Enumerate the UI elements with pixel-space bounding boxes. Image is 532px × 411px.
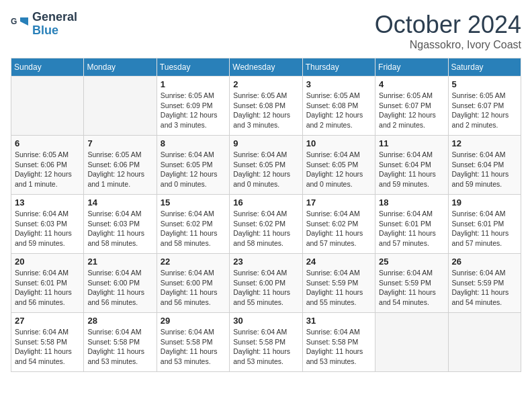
calendar-cell: 20Sunrise: 6:04 AM Sunset: 6:01 PM Dayli… — [11, 254, 84, 313]
day-info: Sunrise: 6:04 AM Sunset: 5:58 PM Dayligh… — [87, 327, 152, 367]
day-info: Sunrise: 6:05 AM Sunset: 6:06 PM Dayligh… — [15, 150, 80, 189]
day-info: Sunrise: 6:04 AM Sunset: 6:02 PM Dayligh… — [161, 209, 226, 248]
day-info: Sunrise: 6:04 AM Sunset: 6:05 PM Dayligh… — [161, 150, 226, 189]
weekday-header: Sunday — [11, 58, 84, 77]
day-number: 27 — [15, 316, 80, 326]
day-number: 2 — [233, 79, 298, 89]
logo: G General Blue — [11, 11, 77, 38]
day-info: Sunrise: 6:04 AM Sunset: 6:04 PM Dayligh… — [452, 150, 517, 189]
day-info: Sunrise: 6:04 AM Sunset: 6:03 PM Dayligh… — [87, 209, 152, 248]
calendar-cell: 26Sunrise: 6:04 AM Sunset: 5:59 PM Dayli… — [448, 254, 521, 313]
day-info: Sunrise: 6:05 AM Sunset: 6:07 PM Dayligh… — [452, 91, 517, 130]
location-title: Ngassokro, Ivory Coast — [375, 39, 521, 51]
day-info: Sunrise: 6:04 AM Sunset: 5:58 PM Dayligh… — [306, 327, 371, 367]
calendar-cell: 7Sunrise: 6:05 AM Sunset: 6:06 PM Daylig… — [84, 136, 157, 195]
day-info: Sunrise: 6:04 AM Sunset: 6:04 PM Dayligh… — [379, 150, 444, 189]
calendar-cell: 18Sunrise: 6:04 AM Sunset: 6:01 PM Dayli… — [375, 195, 448, 254]
day-number: 21 — [87, 257, 152, 267]
day-info: Sunrise: 6:04 AM Sunset: 6:01 PM Dayligh… — [15, 268, 80, 308]
day-number: 4 — [379, 79, 444, 89]
calendar-cell: 17Sunrise: 6:04 AM Sunset: 6:02 PM Dayli… — [302, 195, 375, 254]
calendar-cell — [11, 77, 84, 136]
day-number: 13 — [15, 197, 80, 208]
day-number: 16 — [233, 197, 298, 208]
day-number: 18 — [379, 197, 444, 208]
weekday-header: Wednesday — [230, 58, 302, 77]
calendar-cell: 14Sunrise: 6:04 AM Sunset: 6:03 PM Dayli… — [84, 195, 157, 254]
calendar-cell: 5Sunrise: 6:05 AM Sunset: 6:07 PM Daylig… — [448, 77, 521, 136]
calendar-cell: 28Sunrise: 6:04 AM Sunset: 5:58 PM Dayli… — [84, 313, 157, 372]
calendar-cell: 3Sunrise: 6:05 AM Sunset: 6:08 PM Daylig… — [302, 77, 375, 136]
day-info: Sunrise: 6:04 AM Sunset: 5:58 PM Dayligh… — [161, 327, 226, 367]
calendar-cell: 9Sunrise: 6:04 AM Sunset: 6:05 PM Daylig… — [230, 136, 302, 195]
calendar-cell: 2Sunrise: 6:05 AM Sunset: 6:08 PM Daylig… — [230, 77, 302, 136]
day-number: 26 — [452, 257, 517, 267]
day-info: Sunrise: 6:04 AM Sunset: 6:00 PM Dayligh… — [233, 268, 298, 308]
weekday-header: Tuesday — [157, 58, 229, 77]
calendar-cell: 27Sunrise: 6:04 AM Sunset: 5:58 PM Dayli… — [11, 313, 84, 372]
day-number: 17 — [306, 197, 371, 208]
svg-marker-1 — [20, 17, 28, 26]
weekday-header: Monday — [84, 58, 157, 77]
day-number: 24 — [306, 257, 371, 267]
calendar-cell: 29Sunrise: 6:04 AM Sunset: 5:58 PM Dayli… — [157, 313, 229, 372]
page-header: G General Blue October 2024 Ngassokro, I… — [11, 11, 521, 51]
day-number: 3 — [306, 79, 371, 89]
day-info: Sunrise: 6:05 AM Sunset: 6:06 PM Dayligh… — [87, 150, 152, 189]
day-info: Sunrise: 6:04 AM Sunset: 6:01 PM Dayligh… — [379, 209, 444, 248]
day-number: 19 — [452, 197, 517, 208]
day-info: Sunrise: 6:04 AM Sunset: 6:05 PM Dayligh… — [306, 150, 371, 189]
day-number: 22 — [161, 257, 226, 267]
day-info: Sunrise: 6:05 AM Sunset: 6:07 PM Dayligh… — [379, 91, 444, 130]
calendar-cell: 23Sunrise: 6:04 AM Sunset: 6:00 PM Dayli… — [230, 254, 302, 313]
weekday-header: Thursday — [302, 58, 375, 77]
day-number: 8 — [161, 138, 226, 148]
day-info: Sunrise: 6:04 AM Sunset: 5:58 PM Dayligh… — [233, 327, 298, 367]
day-info: Sunrise: 6:05 AM Sunset: 6:09 PM Dayligh… — [161, 91, 226, 130]
calendar-cell: 13Sunrise: 6:04 AM Sunset: 6:03 PM Dayli… — [11, 195, 84, 254]
calendar-cell: 12Sunrise: 6:04 AM Sunset: 6:04 PM Dayli… — [448, 136, 521, 195]
day-number: 30 — [233, 316, 298, 326]
calendar-cell: 21Sunrise: 6:04 AM Sunset: 6:00 PM Dayli… — [84, 254, 157, 313]
calendar-cell: 4Sunrise: 6:05 AM Sunset: 6:07 PM Daylig… — [375, 77, 448, 136]
calendar-cell: 22Sunrise: 6:04 AM Sunset: 6:00 PM Dayli… — [157, 254, 229, 313]
day-number: 28 — [87, 316, 152, 326]
calendar-cell: 1Sunrise: 6:05 AM Sunset: 6:09 PM Daylig… — [157, 77, 229, 136]
day-number: 7 — [87, 138, 152, 148]
day-info: Sunrise: 6:05 AM Sunset: 6:08 PM Dayligh… — [306, 91, 371, 130]
calendar-cell — [448, 313, 521, 372]
calendar-cell: 6Sunrise: 6:05 AM Sunset: 6:06 PM Daylig… — [11, 136, 84, 195]
calendar-table: SundayMondayTuesdayWednesdayThursdayFrid… — [11, 58, 521, 372]
day-number: 23 — [233, 257, 298, 267]
day-info: Sunrise: 6:04 AM Sunset: 6:02 PM Dayligh… — [233, 209, 298, 248]
day-info: Sunrise: 6:04 AM Sunset: 5:59 PM Dayligh… — [379, 268, 444, 308]
month-title: October 2024 — [375, 11, 521, 39]
day-info: Sunrise: 6:04 AM Sunset: 5:59 PM Dayligh… — [306, 268, 371, 308]
calendar-cell: 30Sunrise: 6:04 AM Sunset: 5:58 PM Dayli… — [230, 313, 302, 372]
day-number: 12 — [452, 138, 517, 148]
calendar-cell: 8Sunrise: 6:04 AM Sunset: 6:05 PM Daylig… — [157, 136, 229, 195]
day-number: 6 — [15, 138, 80, 148]
calendar-cell — [84, 77, 157, 136]
calendar-cell: 25Sunrise: 6:04 AM Sunset: 5:59 PM Dayli… — [375, 254, 448, 313]
day-number: 15 — [161, 197, 226, 208]
day-info: Sunrise: 6:05 AM Sunset: 6:08 PM Dayligh… — [233, 91, 298, 130]
title-block: October 2024 Ngassokro, Ivory Coast — [375, 11, 521, 51]
day-number: 1 — [161, 79, 226, 89]
logo-icon: G — [11, 15, 30, 34]
svg-text:G: G — [11, 17, 17, 26]
calendar-cell: 24Sunrise: 6:04 AM Sunset: 5:59 PM Dayli… — [302, 254, 375, 313]
weekday-header: Friday — [375, 58, 448, 77]
weekday-header-row: SundayMondayTuesdayWednesdayThursdayFrid… — [11, 58, 521, 77]
calendar-week-row: 1Sunrise: 6:05 AM Sunset: 6:09 PM Daylig… — [11, 77, 521, 136]
day-number: 25 — [379, 257, 444, 267]
calendar-cell: 31Sunrise: 6:04 AM Sunset: 5:58 PM Dayli… — [302, 313, 375, 372]
calendar-week-row: 20Sunrise: 6:04 AM Sunset: 6:01 PM Dayli… — [11, 254, 521, 313]
calendar-cell — [375, 313, 448, 372]
calendar-cell: 11Sunrise: 6:04 AM Sunset: 6:04 PM Dayli… — [375, 136, 448, 195]
day-number: 29 — [161, 316, 226, 326]
day-number: 9 — [233, 138, 298, 148]
day-info: Sunrise: 6:04 AM Sunset: 5:58 PM Dayligh… — [15, 327, 80, 367]
day-info: Sunrise: 6:04 AM Sunset: 6:03 PM Dayligh… — [15, 209, 80, 248]
day-number: 11 — [379, 138, 444, 148]
